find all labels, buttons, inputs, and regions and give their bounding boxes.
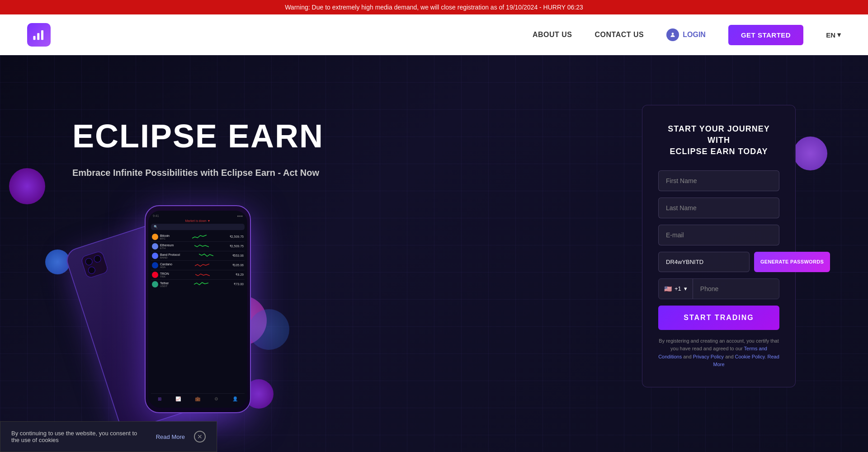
ada-chart [195,262,209,268]
cookie-banner: By continuing to use the website, you co… [0,421,217,452]
login-label: LOGIN [683,31,706,39]
eth-chart [194,243,209,250]
phone-front: 9:41 ●●● Market is down ▼ 🔍 Bitcoin [145,205,251,413]
cookie-text: By continuing to use the website, you co… [11,430,147,443]
chart-icon [32,28,46,42]
phone-search-bar: 🔍 [151,224,245,230]
svg-point-3 [672,33,674,35]
orb-purple-left [9,168,45,204]
login-button[interactable]: LOGIN [666,28,706,41]
privacy-link[interactable]: Privacy Policy [693,354,724,359]
band-chart [199,253,213,259]
phone-market-status: Market is down ▼ [151,219,245,222]
usdt-chart [194,281,208,287]
last-name-input[interactable] [658,198,779,218]
get-started-button[interactable]: GET STARTED [728,25,803,45]
crypto-item-ada: Cardano ADA ₹105.06 [151,261,245,270]
form-disclaimer: By registering and creating an account, … [658,337,779,369]
btc-chart [192,234,207,240]
phone-bottom-nav: ⊞ 📈 💼 ⚙ 👤 [151,393,245,404]
login-icon [666,28,679,41]
phone-screen: 9:41 ●●● Market is down ▼ 🔍 Bitcoin [148,211,247,408]
start-trading-button[interactable]: START TRADING [658,306,779,330]
crypto-item-trx: TRON TRX ₹8.29 [151,270,245,280]
nav-links: ABOUT US CONTACT US LOGIN GET STARTED EN… [533,25,841,45]
navbar: ABOUT US CONTACT US LOGIN GET STARTED EN… [0,14,868,55]
hero-content: ECLIPSE EARN Embrace Infinite Possibilit… [72,91,389,436]
camera-lens-3 [87,266,96,275]
phone-mockup-container: 9:41 ●●● Market is down ▼ 🔍 Bitcoin [72,201,307,436]
hero-subtitle: Embrace Infinite Possibilities with Ecli… [72,168,389,178]
warning-bar: Warning: Due to extremely high media dem… [0,0,868,14]
close-icon: ✕ [197,433,203,440]
phone-code-chevron: ▾ [684,285,687,292]
chevron-down-icon: ▾ [837,31,841,39]
email-input[interactable] [658,225,779,245]
flag-icon: 🇺🇸 [664,285,672,292]
logo[interactable] [27,23,51,47]
crypto-item-band: Band Protocol BAND ₹553.06 [151,251,245,261]
orb-purple-right [793,137,827,170]
generate-passwords-button[interactable]: GENERATE PASSWORDS [754,252,830,272]
cookie-close-button[interactable]: ✕ [194,431,206,443]
logo-icon [27,23,51,47]
language-selector[interactable]: EN ▾ [826,31,841,39]
hero-section: ECLIPSE EARN Embrace Infinite Possibilit… [0,55,868,452]
svg-rect-0 [33,36,36,40]
warning-text: Warning: Due to extremely high media dem… [285,4,583,11]
registration-form: START YOUR JOURNEY WITH ECLIPSE EARN TOD… [642,105,796,387]
hero-title: ECLIPSE EARN [72,118,389,154]
camera-lens-1 [85,257,94,266]
phone-row: 🇺🇸 +1 ▾ [658,278,779,299]
about-us-link[interactable]: ABOUT US [533,31,572,39]
password-row: GENERATE PASSWORDS [658,252,779,272]
phone-code-selector[interactable]: 🇺🇸 +1 ▾ [659,279,693,299]
svg-rect-2 [41,30,43,40]
camera-lens-2 [93,254,102,264]
crypto-item-usdt: Tether USDT ₹73.00 [151,280,245,289]
crypto-item-eth: Ethereum ETH ₹2,509.75 [151,242,245,251]
orb-blue-phone [249,309,289,350]
cookie-policy-link[interactable]: Cookie Policy [735,354,765,359]
orb-blue-left [45,250,70,274]
phone-input[interactable] [693,279,779,299]
form-title: START YOUR JOURNEY WITH ECLIPSE EARN TOD… [658,123,779,158]
camera-bump [80,250,109,279]
svg-rect-1 [37,33,39,40]
phone-status-bar: 9:41 ●●● [151,214,245,217]
crypto-item-bitcoin: Bitcoin BTC ₹2,509.75 [151,232,245,242]
trx-chart [195,272,210,278]
lang-label: EN [826,31,835,39]
first-name-input[interactable] [658,170,779,191]
password-input[interactable] [658,252,750,272]
contact-us-link[interactable]: CONTACT US [595,31,644,39]
cookie-read-more-link[interactable]: Read More [156,433,185,440]
